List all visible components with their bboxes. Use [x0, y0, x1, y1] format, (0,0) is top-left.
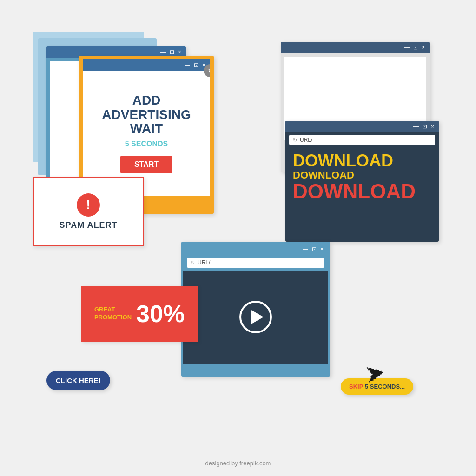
- video-window: — ⊡ × ↻ URL/: [181, 242, 330, 377]
- click-here-button[interactable]: CLICK HERE!: [46, 371, 110, 390]
- video-url: URL/: [198, 259, 210, 266]
- close-icon[interactable]: ×: [422, 45, 425, 50]
- promo-percent: 30%: [136, 302, 185, 326]
- spam-alert: ! SPAM ALERT: [33, 177, 144, 246]
- spam-exclamation-icon: !: [77, 193, 100, 217]
- refresh-icon: ↻: [293, 137, 297, 143]
- video-player[interactable]: [183, 271, 328, 364]
- restore-icon[interactable]: ⊡: [413, 45, 418, 50]
- footer: designed by freepik.com: [0, 460, 476, 467]
- download-text-large: DOWNLOAD: [293, 152, 431, 169]
- minimize-icon[interactable]: —: [303, 246, 308, 252]
- download-window: — ⊡ × ↻ URL/ DOWNLOAD DOWNLOAD DOWNLOAD: [285, 121, 439, 242]
- great-label: GREAT: [94, 306, 132, 314]
- download-address-bar[interactable]: ↻ URL/: [289, 135, 435, 145]
- restore-icon[interactable]: ⊡: [170, 49, 174, 55]
- mouse-cursor-icon: ⮞: [365, 363, 387, 387]
- minimize-icon[interactable]: —: [404, 45, 410, 50]
- ad-title: ADD ADVERTISING WAIT: [92, 93, 201, 136]
- video-titlebar: — ⊡ ×: [183, 244, 328, 255]
- promo-labels: GREAT PROMOTION: [94, 306, 132, 322]
- restore-icon[interactable]: ⊡: [194, 62, 198, 68]
- download-text-red: DOWNLOAD: [293, 181, 431, 202]
- skip-word: SKIP: [349, 383, 363, 390]
- start-button[interactable]: START: [120, 156, 172, 173]
- play-button[interactable]: [239, 301, 272, 333]
- exclamation-mark: !: [86, 198, 90, 212]
- refresh-icon: ↻: [191, 260, 195, 266]
- spam-label: SPAM ALERT: [60, 220, 118, 230]
- close-icon[interactable]: ×: [178, 49, 181, 55]
- download-url: URL/: [300, 137, 312, 143]
- close-icon[interactable]: ×: [431, 124, 434, 129]
- download-titlebar: — ⊡ ×: [285, 121, 439, 132]
- scene: — ⊡ × — ⊡ × — ⊡ × × ADD ADVERTISING WAIT…: [0, 0, 476, 476]
- ad-close-button[interactable]: ×: [204, 64, 214, 77]
- minimize-icon[interactable]: —: [185, 62, 190, 68]
- restore-icon[interactable]: ⊡: [312, 246, 317, 252]
- download-body: DOWNLOAD DOWNLOAD DOWNLOAD: [285, 148, 439, 209]
- promo-banner: GREAT PROMOTION 30%: [81, 286, 198, 342]
- ad-seconds: 5 SECONDS: [125, 140, 168, 148]
- minimize-icon[interactable]: —: [160, 49, 166, 55]
- ad-titlebar: — ⊡ ×: [83, 60, 210, 71]
- titlebar-right-bg: — ⊡ ×: [281, 42, 430, 53]
- play-triangle-icon: [251, 310, 264, 324]
- video-address-bar[interactable]: ↻ URL/: [187, 258, 324, 268]
- minimize-icon[interactable]: —: [413, 124, 419, 129]
- restore-icon[interactable]: ⊡: [423, 124, 427, 129]
- close-icon[interactable]: ×: [320, 246, 324, 252]
- footer-text: designed by freepik.com: [205, 460, 271, 467]
- promotion-label: PROMOTION: [94, 314, 132, 322]
